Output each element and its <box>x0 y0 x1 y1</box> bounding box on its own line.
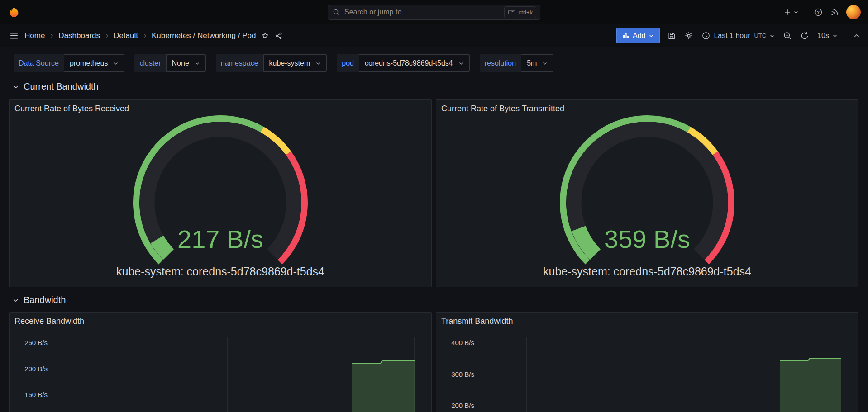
section-current-bandwidth[interactable]: Current Bandwidth <box>13 81 99 92</box>
breadcrumb-home[interactable]: Home <box>24 31 45 40</box>
timeseries-chart-receive[interactable] <box>53 337 415 412</box>
share-button[interactable] <box>275 32 283 40</box>
y-axis-tick-label: 150 B/s <box>10 391 48 399</box>
rss-icon <box>830 8 839 17</box>
y-axis-tick-label: 300 B/s <box>436 370 474 379</box>
time-range-picker[interactable]: Last 1 hour UTC <box>701 28 776 43</box>
variable-value-dropdown[interactable]: kube-system <box>263 54 327 72</box>
collapse-toolbar-button[interactable] <box>852 28 862 43</box>
news-button[interactable] <box>830 8 839 17</box>
section-title: Bandwidth <box>24 295 66 305</box>
zoom-out-time-button[interactable] <box>782 28 793 43</box>
variable-value-text: None <box>172 59 189 67</box>
chevron-right-icon <box>104 33 110 39</box>
dashboard-toolbar: Home Dashboards Default Kubernetes / Net… <box>0 24 868 47</box>
favorite-button[interactable] <box>261 32 269 40</box>
variable-value-dropdown[interactable]: None <box>166 54 206 72</box>
section-bandwidth[interactable]: Bandwidth <box>13 295 66 305</box>
refresh-button[interactable] <box>799 28 810 43</box>
user-avatar[interactable] <box>846 5 861 19</box>
caret-down-icon <box>832 33 838 38</box>
y-axis-tick-label: 200 B/s <box>436 402 474 410</box>
section-title: Current Bandwidth <box>24 81 99 92</box>
refresh-interval-label: 10s <box>817 32 829 40</box>
breadcrumb-default[interactable]: Default <box>114 31 138 40</box>
variable-value-dropdown[interactable]: 5m <box>521 54 553 72</box>
variable-label: pod <box>337 54 359 72</box>
clock-icon <box>701 31 711 40</box>
variable-label: Data Source <box>14 54 64 72</box>
dashboard-settings-button[interactable] <box>683 28 694 43</box>
search-shortcut-chip: ctrl+k <box>504 6 536 18</box>
help-button[interactable]: ? <box>814 8 823 17</box>
gauge-series-label: kube-system: coredns-5d78c9869d-t5ds4 <box>10 265 431 278</box>
gauge-series-label: kube-system: coredns-5d78c9869d-t5ds4 <box>436 265 858 278</box>
refresh-icon <box>800 31 809 40</box>
panel-title[interactable]: Receive Bandwidth <box>14 317 84 326</box>
mega-menu-button[interactable] <box>9 31 19 41</box>
top-nav: ctrl+k ? <box>0 0 868 24</box>
dashboard-variables: Data Source prometheus cluster None name… <box>14 54 553 72</box>
variable-value-dropdown[interactable]: coredns-5d78c9869d-t5ds4 <box>359 54 470 72</box>
chevron-down-icon <box>195 61 200 66</box>
keyboard-icon <box>508 8 516 16</box>
chevron-up-icon <box>853 32 861 40</box>
toolbar-right: Add Last 1 hour UTC <box>616 28 862 43</box>
help-circle-icon: ? <box>814 8 823 17</box>
save-dashboard-button[interactable] <box>666 28 677 43</box>
variable-label: resolution <box>480 54 521 72</box>
panel-current-rate-of-bytes-transmitted: Current Rate of Bytes Transmitted 359 B/… <box>436 99 858 287</box>
search-box[interactable]: ctrl+k <box>328 5 540 20</box>
chevron-down-icon <box>13 84 19 90</box>
plus-icon <box>783 8 792 17</box>
y-axis-tick-label: 200 B/s <box>10 365 48 373</box>
chevron-right-icon <box>48 33 55 39</box>
toolbar-divider <box>845 31 845 41</box>
timeseries-chart-transmit[interactable] <box>480 337 841 412</box>
grafana-dashboard: { "topnav": { "search_placeholder": "Sea… <box>0 0 868 412</box>
breadcrumb-dashboards[interactable]: Dashboards <box>58 31 100 40</box>
zoom-out-icon <box>783 31 792 40</box>
grafana-logo-icon <box>7 5 21 19</box>
panel-title[interactable]: Current Rate of Bytes Received <box>14 104 129 114</box>
time-range-label: Last 1 hour <box>714 32 750 40</box>
nav-right-actions: ? <box>783 5 861 19</box>
chevron-down-icon <box>458 61 464 66</box>
y-axis-tick-label: 400 B/s <box>436 339 474 347</box>
save-icon <box>667 31 676 40</box>
variable-value-dropdown[interactable]: prometheus <box>64 54 125 72</box>
add-button-label: Add <box>633 32 645 40</box>
grafana-logo[interactable] <box>7 5 21 19</box>
variable-resolution: resolution 5m <box>480 54 554 72</box>
panel-title[interactable]: Current Rate of Bytes Transmitted <box>441 104 564 114</box>
chevron-down-icon <box>542 61 548 66</box>
panel-receive-bandwidth: Receive Bandwidth 250 B/s200 B/s150 B/s <box>9 312 432 412</box>
variable-value-text: coredns-5d78c9869d-t5ds4 <box>365 59 453 67</box>
search-icon <box>333 9 340 16</box>
chevron-down-icon <box>315 61 321 66</box>
refresh-interval-picker[interactable]: 10s <box>816 28 839 43</box>
variable-value-text: prometheus <box>70 59 108 67</box>
chevron-right-icon <box>142 33 148 39</box>
star-icon <box>261 32 269 40</box>
new-menu-button[interactable] <box>783 8 799 17</box>
caret-down-icon <box>649 33 654 38</box>
variable-namespace: namespace kube-system <box>216 54 327 72</box>
panel-title[interactable]: Transmit Bandwidth <box>441 317 513 326</box>
search-input[interactable] <box>343 8 501 17</box>
share-alt-icon <box>275 32 283 40</box>
variable-pod: pod coredns-5d78c9869d-t5ds4 <box>337 54 470 72</box>
timezone-label: UTC <box>754 32 766 39</box>
caret-down-icon <box>793 9 799 15</box>
menu-icon <box>9 31 19 41</box>
svg-text:?: ? <box>817 10 820 14</box>
panel-transmit-bandwidth: Transmit Bandwidth 400 B/s300 B/s200 B/s <box>436 312 858 412</box>
gear-icon <box>684 31 693 40</box>
variable-cluster: cluster None <box>134 54 205 72</box>
variable-value-text: kube-system <box>269 59 310 67</box>
variable-value-text: 5m <box>527 59 537 67</box>
variable-label: namespace <box>216 54 263 72</box>
add-button[interactable]: Add <box>616 28 660 43</box>
search-shortcut-label: ctrl+k <box>519 9 533 16</box>
gauge-value: 217 B/s <box>10 224 431 254</box>
